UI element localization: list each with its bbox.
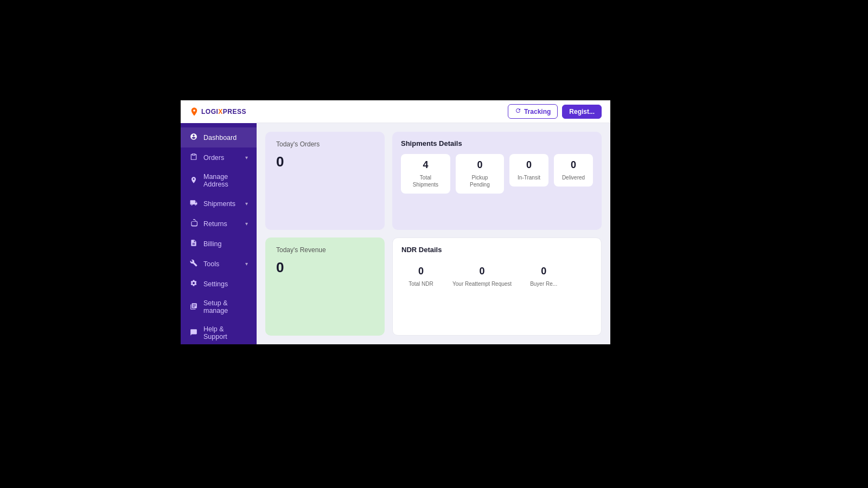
sidebar-item-tools[interactable]: Tools ▾ — [181, 254, 257, 274]
shipments-arrow-icon: ▾ — [245, 201, 248, 207]
delivered-value: 0 — [571, 159, 576, 171]
total-shipments-label: Total Shipments — [407, 174, 444, 188]
in-transit-value: 0 — [526, 159, 532, 171]
shipments-details-title: Shipments Details — [401, 139, 593, 147]
sidebar-item-help-support[interactable]: Help & Support — [181, 320, 257, 346]
help-support-icon — [189, 329, 198, 338]
sidebar-item-shipments[interactable]: Shipments ▾ — [181, 194, 257, 214]
total-ndr-label: Total NDR — [409, 280, 433, 287]
sidebar-item-manage-address[interactable]: Manage Address — [181, 168, 257, 194]
sidebar-item-billing[interactable]: Billing — [181, 234, 257, 254]
dashboard-icon — [189, 133, 198, 142]
ndr-details-title: NDR Details — [401, 246, 592, 254]
pickup-pending-box: 0 Pickup Pending — [456, 154, 504, 194]
ndr-details-card: NDR Details 0 Total NDR 0 Your Reattempt… — [392, 237, 602, 336]
tools-icon — [189, 259, 198, 268]
sidebar-item-help-support-label: Help & Support — [203, 325, 248, 341]
shipments-metrics: 4 Total Shipments 0 Pickup Pending 0 In-… — [401, 154, 593, 194]
setup-manage-icon — [189, 303, 198, 312]
svg-point-0 — [193, 110, 195, 112]
todays-revenue-title: Today's Revenue — [276, 246, 374, 254]
tools-arrow-icon: ▾ — [245, 261, 248, 267]
sidebar-item-billing-label: Billing — [203, 240, 248, 248]
sidebar-item-settings[interactable]: Settings — [181, 274, 257, 294]
sidebar-item-setup-manage[interactable]: Setup & manage — [181, 294, 257, 320]
header: Tracking Regist... — [257, 100, 610, 123]
sidebar-item-returns-label: Returns — [203, 220, 240, 228]
pickup-pending-label: Pickup Pending — [462, 174, 497, 188]
orders-arrow-icon: ▾ — [245, 155, 248, 160]
reattempt-request-value: 0 — [480, 266, 485, 277]
reattempt-request-label: Your Reattempt Request — [452, 280, 512, 287]
in-transit-box: 0 In-Transit — [509, 154, 548, 187]
sidebar-item-manage-address-label: Manage Address — [203, 173, 248, 188]
buyer-re-box: 0 Buyer Re... — [524, 260, 564, 293]
sidebar-item-tools-label: Tools — [203, 260, 240, 268]
sidebar-item-dashboard-label: Dashboard — [203, 134, 248, 142]
buyer-re-label: Buyer Re... — [530, 280, 557, 287]
total-ndr-box: 0 Total NDR — [401, 260, 441, 293]
orders-icon — [189, 153, 198, 162]
logo: LOGIXPRESS — [181, 100, 257, 123]
tracking-label: Tracking — [524, 108, 551, 115]
pickup-pending-value: 0 — [477, 159, 482, 171]
settings-icon — [189, 279, 198, 288]
logo-icon — [189, 107, 199, 117]
sidebar: LOGIXPRESS Dashboard Orders ▾ Manage Add… — [181, 100, 257, 344]
delivered-label: Delivered — [562, 174, 585, 181]
sidebar-item-setup-manage-label: Setup & manage — [203, 299, 248, 314]
tracking-button[interactable]: Tracking — [508, 104, 558, 119]
sidebar-item-shipments-label: Shipments — [203, 200, 240, 208]
buyer-re-value: 0 — [541, 266, 546, 277]
returns-icon — [189, 219, 198, 228]
main-area: Tracking Regist... Today's Orders 0 Ship… — [257, 100, 610, 344]
sidebar-nav: Dashboard Orders ▾ Manage Address Shipme… — [181, 123, 257, 350]
sidebar-item-orders[interactable]: Orders ▾ — [181, 147, 257, 168]
tracking-refresh-icon — [515, 107, 521, 115]
delivered-box: 0 Delivered — [554, 154, 593, 187]
todays-orders-value: 0 — [276, 153, 374, 170]
returns-arrow-icon: ▾ — [245, 221, 248, 227]
reattempt-request-box: 0 Your Reattempt Request — [446, 260, 518, 293]
todays-orders-card: Today's Orders 0 — [265, 132, 385, 230]
top-cards-row: Today's Orders 0 Shipments Details 4 Tot… — [265, 132, 602, 230]
shipments-details-card: Shipments Details 4 Total Shipments 0 Pi… — [392, 132, 602, 230]
sidebar-item-orders-label: Orders — [203, 154, 240, 162]
manage-address-icon — [189, 176, 198, 185]
shipments-icon — [189, 199, 198, 208]
register-label: Regist... — [569, 108, 595, 115]
dashboard-content: Today's Orders 0 Shipments Details 4 Tot… — [257, 123, 610, 344]
ndr-metrics: 0 Total NDR 0 Your Reattempt Request 0 B… — [401, 260, 592, 293]
total-shipments-value: 4 — [423, 159, 428, 171]
todays-revenue-card: Today's Revenue 0 — [265, 237, 385, 336]
sidebar-item-settings-label: Settings — [203, 280, 248, 288]
register-button[interactable]: Regist... — [562, 105, 602, 119]
total-shipments-box: 4 Total Shipments — [401, 154, 450, 194]
in-transit-label: In-Transit — [518, 174, 540, 181]
bottom-cards-row: Today's Revenue 0 NDR Details 0 Total ND… — [265, 237, 602, 336]
todays-orders-title: Today's Orders — [276, 140, 374, 148]
sidebar-item-dashboard[interactable]: Dashboard — [181, 127, 257, 147]
billing-icon — [189, 239, 198, 248]
logo-text: LOGIXPRESS — [201, 108, 246, 115]
total-ndr-value: 0 — [418, 266, 424, 277]
sidebar-item-returns[interactable]: Returns ▾ — [181, 214, 257, 234]
todays-revenue-value: 0 — [276, 259, 374, 276]
